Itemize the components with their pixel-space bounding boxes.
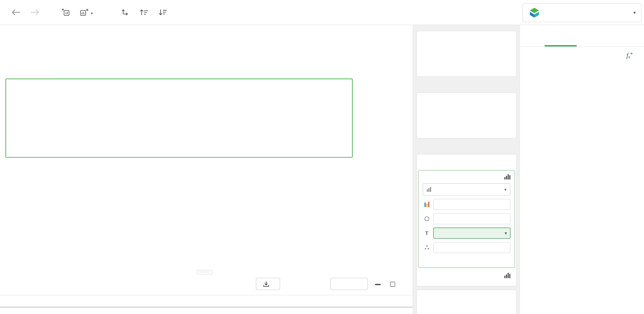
shelves-panel: ▾ T ▾: [413, 25, 520, 314]
layer-poster-paper: ▾ T ▾: [418, 170, 515, 268]
minimize-icon: [375, 284, 381, 285]
visual-explorer-menu[interactable]: ▾: [522, 3, 642, 22]
selected-mark-region: [5, 78, 353, 158]
chevron-down-icon: ▾: [505, 230, 507, 235]
copy-button[interactable]: [330, 278, 368, 290]
color-shelf-icon: [422, 202, 431, 207]
tab-data[interactable]: [544, 25, 577, 46]
forward-arrow-icon: [30, 9, 40, 17]
resize-drag-handle[interactable]: [196, 270, 212, 274]
text-field-slot[interactable]: ▾: [433, 228, 510, 239]
fields-panel: fx+: [520, 25, 644, 314]
color-field-slot[interactable]: [433, 199, 510, 210]
back-arrow-icon: [11, 9, 20, 17]
transpose-icon: [121, 8, 129, 18]
fields-tabbar: [520, 25, 644, 47]
header-divider: [58, 77, 349, 78]
dashboard-canvas: [0, 25, 413, 314]
download-icon: [263, 281, 270, 287]
toolbar: ▾ ▾: [0, 0, 644, 25]
mark-bar-icon: [427, 187, 432, 192]
chevron-down-icon: ▾: [633, 10, 636, 16]
plus-icon: +: [630, 51, 633, 56]
size-shelf-icon: [422, 216, 431, 221]
layer-header[interactable]: [422, 174, 510, 180]
visual-explorer-logo: [528, 8, 540, 18]
transpose-button[interactable]: [121, 8, 129, 18]
sort-descending-button[interactable]: [158, 9, 167, 18]
all-layers-card: ▾ T ▾: [416, 154, 516, 286]
add-chart-button[interactable]: [62, 8, 70, 18]
visual-explorer-app: ▾ ▾: [0, 0, 644, 314]
y-axis-title-standard-paper: [8, 169, 15, 235]
chevron-down-icon: ▾: [91, 11, 93, 16]
bar-chart-icon: [504, 273, 510, 278]
export-csv-button[interactable]: [256, 278, 280, 290]
size-field-slot[interactable]: [433, 213, 510, 224]
filters-shelf: [416, 290, 516, 314]
function-icon-x: x: [628, 54, 630, 59]
sort-ascending-icon: [140, 9, 148, 18]
table-header-row: [0, 295, 413, 307]
bar-chart-icon: [504, 174, 510, 180]
detail-field-slot[interactable]: [433, 242, 510, 253]
back-button[interactable]: [11, 9, 20, 17]
forward-button[interactable]: [30, 9, 40, 17]
expand-table-button[interactable]: [387, 279, 398, 290]
layer-standard-paper[interactable]: [422, 273, 510, 278]
screen: ▾ ▾: [0, 0, 644, 314]
rows-shelf: [416, 92, 516, 138]
mark-type-dropdown[interactable]: ▾: [422, 183, 510, 196]
chevron-down-icon: ▾: [504, 187, 506, 192]
tab-format[interactable]: [588, 25, 621, 46]
collapse-table-button[interactable]: [372, 279, 383, 290]
active-tab-indicator: [544, 45, 577, 46]
remove-chart-icon: [80, 8, 89, 18]
detail-shelf-icon: [422, 244, 431, 250]
sort-ascending-button[interactable]: [140, 9, 148, 18]
function-icon: f: [626, 52, 628, 59]
text-shelf-icon: T: [422, 230, 431, 236]
add-calculated-field-button[interactable]: fx+: [622, 52, 636, 62]
add-chart-icon: [62, 8, 70, 18]
chart-options-button[interactable]: ▾: [80, 8, 93, 18]
sort-descending-icon: [158, 9, 167, 18]
columns-shelf: [416, 31, 516, 77]
maximize-icon: [390, 282, 395, 287]
data-table: [0, 295, 413, 307]
